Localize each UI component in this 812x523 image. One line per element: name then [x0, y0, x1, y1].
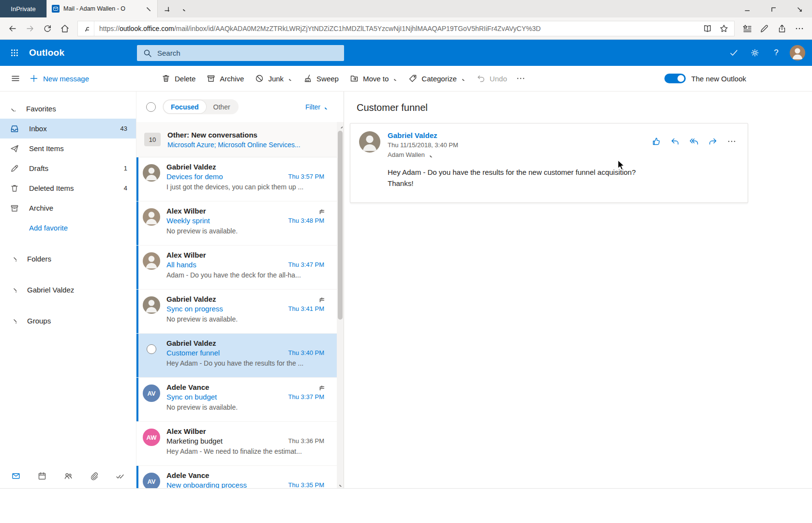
new-message-button[interactable]: New message	[29, 74, 89, 83]
message-list-column: Focused Other Filter 10 Other: New conve…	[136, 92, 344, 488]
refresh-button[interactable]	[39, 20, 56, 37]
mail-time: Thu 3:35 PM	[288, 481, 324, 488]
tab-close-icon[interactable]	[144, 5, 152, 12]
checkmark-icon[interactable]	[724, 43, 743, 62]
like-button[interactable]	[649, 135, 663, 148]
move-to-button[interactable]: Move to	[344, 70, 403, 87]
sidebar-item-deleted-items[interactable]: Deleted Items 4	[0, 178, 136, 198]
scroll-thumb[interactable]	[338, 131, 343, 320]
avatar-initials: AV	[147, 478, 155, 485]
mail-item-avatar[interactable]: AW	[136, 422, 166, 465]
mail-item-avatar[interactable]: AV	[136, 466, 166, 488]
message-recipient[interactable]: Adam Wallen	[388, 151, 458, 158]
tab-other[interactable]: Other	[206, 100, 238, 113]
mail-item-avatar[interactable]	[136, 201, 166, 245]
reply-all-button[interactable]	[687, 135, 701, 148]
mail-list-item[interactable]: AV Adele Vance New onboarding process Th…	[136, 466, 337, 488]
filter-button[interactable]: Filter	[305, 103, 328, 111]
add-favorite-link[interactable]: Add favorite	[0, 218, 136, 238]
mail-item-avatar[interactable]	[136, 290, 166, 333]
undo-button[interactable]: Undo	[471, 70, 512, 87]
mail-list-item[interactable]: AW Alex Wilber Marketing budget Thu 3:36…	[136, 422, 337, 466]
calendar-module-icon[interactable]	[35, 469, 49, 483]
close-button[interactable]	[786, 0, 812, 17]
mail-list-item[interactable]: Alex Wilber All hands Thu 3:47 PM Adam -…	[136, 246, 337, 290]
delete-button[interactable]: Delete	[156, 70, 201, 87]
other-conversations-banner[interactable]: 10 Other: New conversations Microsoft Az…	[136, 122, 337, 157]
list-scrollbar[interactable]	[337, 122, 344, 488]
reply-button[interactable]	[668, 135, 682, 148]
browser-window: InPrivate Mail - Adam Wallen - O	[0, 0, 812, 489]
select-all-circle[interactable]	[146, 102, 156, 112]
mail-item-avatar[interactable]: AV	[136, 378, 166, 421]
forward-button[interactable]	[706, 135, 720, 148]
attachments-module-icon[interactable]	[87, 469, 101, 483]
archive-button[interactable]: Archive	[201, 70, 249, 87]
search-box[interactable]	[137, 45, 344, 61]
forward-button[interactable]	[21, 20, 39, 37]
help-icon[interactable]: ?	[767, 43, 786, 62]
message-header: Gabriel Valdez Thu 11/15/2018, 3:40 PM A…	[359, 131, 739, 158]
mail-list-item[interactable]: Gabriel Valdez Devices for demo Thu 3:57…	[136, 157, 337, 201]
sidebar-item-inbox[interactable]: Inbox 43	[0, 119, 136, 138]
new-tab-button[interactable]	[158, 0, 175, 17]
command-more-icon[interactable]	[512, 70, 529, 87]
reading-view-icon[interactable]	[699, 20, 716, 37]
home-button[interactable]	[56, 20, 74, 37]
mail-item-avatar[interactable]	[136, 157, 166, 201]
hamburger-menu-icon[interactable]	[7, 70, 24, 87]
mail-sender: Gabriel Valdez	[166, 163, 216, 171]
mail-list-item[interactable]: Alex Wilber Weekly sprint Thu 3:48 PM No…	[136, 201, 337, 246]
mail-item-avatar[interactable]	[136, 334, 166, 377]
scroll-up-button[interactable]	[337, 122, 344, 130]
tab-favicon-icon	[52, 5, 60, 13]
search-input[interactable]	[157, 49, 338, 57]
message-more-icon[interactable]	[724, 135, 739, 148]
sidebar-section-gabriel-valdez[interactable]: Gabriel Valdez	[0, 279, 136, 300]
mail-item-content: Alex Wilber Marketing budget Thu 3:36 PM…	[166, 422, 324, 465]
sidebar-item-archive[interactable]: Archive	[0, 198, 136, 218]
tasks-module-icon[interactable]	[113, 469, 127, 483]
tab-list-chevron-icon[interactable]	[175, 0, 193, 17]
mail-item-content: Adele Vance New onboarding process Thu 3…	[166, 466, 324, 488]
share-icon[interactable]	[773, 20, 791, 37]
mail-list-item[interactable]: Gabriel Valdez Sync on progress Thu 3:41…	[136, 290, 337, 334]
browser-more-icon[interactable]	[791, 20, 808, 37]
mail-list-item[interactable]: Gabriel Valdez Customer funnel Thu 3:40 …	[136, 334, 337, 378]
chevron-down-icon	[287, 76, 292, 81]
settings-gear-icon[interactable]	[745, 43, 765, 62]
junk-button[interactable]: Junk	[249, 70, 298, 87]
favorites-header[interactable]: Favorites	[0, 98, 136, 119]
message-sender[interactable]: Gabriel Valdez	[388, 131, 458, 139]
lock-icon[interactable]	[78, 21, 94, 36]
mail-list-item[interactable]: AV Adele Vance Sync on budget Thu 3:37 P…	[136, 378, 337, 422]
scroll-down-button[interactable]	[337, 480, 344, 488]
mail-time: Thu 3:47 PM	[288, 261, 324, 268]
new-outlook-toggle[interactable]	[664, 74, 686, 83]
mail-module-icon[interactable]	[9, 469, 23, 483]
sidebar-item-sent-items[interactable]: Sent Items	[0, 138, 136, 158]
hub-favorites-icon[interactable]	[738, 20, 756, 37]
address-bar[interactable]: https://outlook.office.com/mail/inbox/id…	[77, 21, 735, 36]
navigation-bar: https://outlook.office.com/mail/inbox/id…	[0, 17, 812, 40]
add-favorite-star-icon[interactable]	[716, 20, 732, 37]
mail-item-avatar[interactable]	[136, 246, 166, 289]
sidebar-section-folders[interactable]: Folders	[0, 248, 136, 269]
sidebar-section-groups[interactable]: Groups	[0, 310, 136, 331]
back-button[interactable]	[4, 20, 21, 37]
app-launcher-icon[interactable]	[5, 43, 24, 62]
sender-avatar[interactable]	[359, 131, 380, 153]
people-module-icon[interactable]	[61, 469, 75, 483]
selection-circle[interactable]	[147, 344, 156, 354]
categorize-button[interactable]: Categorize	[403, 70, 471, 87]
annotate-pen-icon[interactable]	[756, 20, 773, 37]
tab-focused[interactable]: Focused	[164, 100, 206, 113]
account-avatar[interactable]	[788, 43, 807, 62]
minimize-button[interactable]	[734, 0, 760, 17]
unread-indicator	[136, 466, 138, 488]
maximize-button[interactable]	[760, 0, 786, 17]
sidebar-item-drafts[interactable]: Drafts 1	[0, 158, 136, 178]
browser-tab[interactable]: Mail - Adam Wallen - O	[46, 0, 158, 17]
sweep-button[interactable]: Sweep	[298, 70, 344, 87]
calendar-icon	[318, 208, 324, 214]
